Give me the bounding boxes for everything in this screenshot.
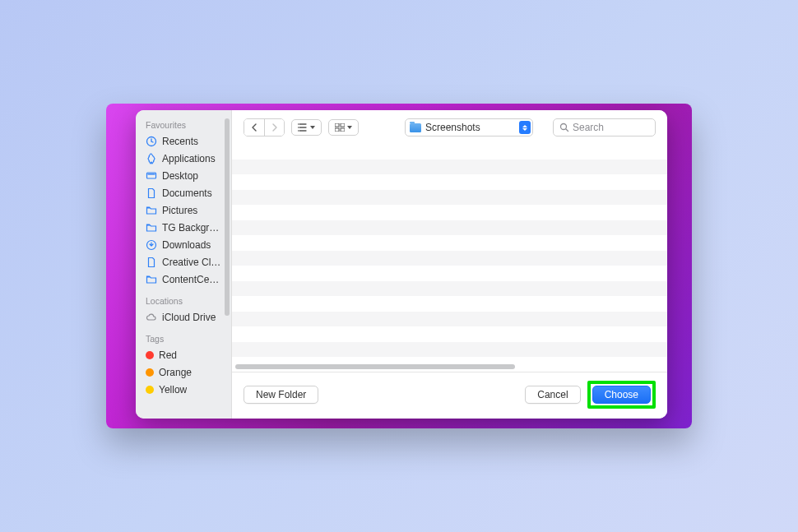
chevron-down-icon xyxy=(310,126,315,129)
sidebar-item-label: Desktop xyxy=(162,170,198,182)
list-icon xyxy=(298,123,308,132)
sidebar-item-label: Yellow xyxy=(159,384,187,396)
sidebar-item-label: Pictures xyxy=(162,205,197,216)
sidebar-item-applications[interactable]: Applications xyxy=(136,150,231,167)
view-list-button[interactable] xyxy=(291,119,322,136)
file-list-stripes xyxy=(232,144,667,372)
sidebar-item-label: ContentCe… xyxy=(162,274,219,285)
cloud-icon xyxy=(146,312,157,323)
sidebar-item-label: iCloud Drive xyxy=(162,312,216,323)
clock-icon xyxy=(146,136,157,147)
folder-icon xyxy=(146,205,157,216)
svg-point-6 xyxy=(298,130,299,131)
back-button[interactable] xyxy=(244,119,264,136)
sidebar-tag-yellow[interactable]: Yellow xyxy=(136,381,231,398)
svg-rect-9 xyxy=(335,128,339,132)
sidebar-item-tg-background[interactable]: TG Backgro… xyxy=(136,219,231,236)
svg-rect-2 xyxy=(148,173,155,175)
sidebar-item-label: Downloads xyxy=(162,239,211,251)
file-picker-dialog: Favourites Recents Applications Desktop … xyxy=(136,110,667,419)
doc-icon xyxy=(146,187,157,199)
app-icon xyxy=(146,153,157,164)
sidebar-item-label: Applications xyxy=(162,153,216,164)
desktop-icon xyxy=(146,170,157,182)
folder-icon xyxy=(410,123,421,132)
sidebar-item-label: Creative Cl… xyxy=(162,257,220,268)
sidebar-item-label: Orange xyxy=(159,367,192,378)
sidebar-section-locations: Locations xyxy=(136,293,231,308)
updown-arrows-icon xyxy=(519,121,531,134)
sidebar-item-label: Red xyxy=(159,349,177,361)
toolbar: Screenshots Search xyxy=(232,110,667,144)
svg-rect-8 xyxy=(341,123,345,127)
sidebar-tag-orange[interactable]: Orange xyxy=(136,363,231,381)
sidebar-tag-red[interactable]: Red xyxy=(136,346,231,363)
sidebar-scrollbar[interactable] xyxy=(225,118,230,316)
sidebar-item-desktop[interactable]: Desktop xyxy=(136,167,231,184)
folder-popup-label: Screenshots xyxy=(425,122,515,133)
sidebar-section-favourites: Favourites xyxy=(136,117,231,132)
sidebar-item-icloud[interactable]: iCloud Drive xyxy=(136,308,231,326)
svg-point-11 xyxy=(561,124,567,130)
file-list-area[interactable] xyxy=(232,144,667,372)
sidebar-item-pictures[interactable]: Pictures xyxy=(136,201,231,219)
svg-rect-10 xyxy=(341,128,345,132)
sidebar-item-recents[interactable]: Recents xyxy=(136,132,231,150)
tag-dot-icon xyxy=(146,368,154,377)
sidebar-item-label: Recents xyxy=(162,136,198,147)
svg-point-5 xyxy=(298,127,299,127)
search-input[interactable]: Search xyxy=(553,118,656,136)
nav-group xyxy=(244,118,285,136)
sidebar-item-creative-cloud[interactable]: Creative Cl… xyxy=(136,253,231,271)
main-panel: Screenshots Search New Fo xyxy=(232,110,667,419)
search-icon xyxy=(559,123,569,132)
svg-rect-7 xyxy=(335,123,339,127)
folder-icon xyxy=(146,274,157,285)
grid-icon xyxy=(335,123,345,132)
doc-icon xyxy=(146,257,157,268)
search-placeholder: Search xyxy=(573,122,604,133)
desktop-wallpaper: Favourites Recents Applications Desktop … xyxy=(106,104,692,428)
folder-popup-button[interactable]: Screenshots xyxy=(405,118,533,136)
forward-button[interactable] xyxy=(264,119,284,136)
chevron-down-icon xyxy=(347,126,352,129)
sidebar: Favourites Recents Applications Desktop … xyxy=(136,110,232,419)
dialog-footer: New Folder Cancel Choose xyxy=(232,372,667,419)
sidebar-item-documents[interactable]: Documents xyxy=(136,184,231,201)
sidebar-item-label: TG Backgro… xyxy=(162,222,221,234)
view-grid-button[interactable] xyxy=(328,119,359,136)
sidebar-item-label: Documents xyxy=(162,187,212,199)
choose-button-highlight: Choose xyxy=(587,381,656,409)
svg-point-4 xyxy=(298,123,299,124)
horizontal-scrollbar[interactable] xyxy=(235,363,664,370)
sidebar-section-tags: Tags xyxy=(136,331,231,346)
new-folder-button[interactable]: New Folder xyxy=(244,386,318,404)
sidebar-item-contentce[interactable]: ContentCe… xyxy=(136,271,231,288)
tag-dot-icon xyxy=(146,351,154,359)
tag-dot-icon xyxy=(146,386,154,394)
cancel-button[interactable]: Cancel xyxy=(525,386,580,404)
sidebar-item-downloads[interactable]: Downloads xyxy=(136,236,231,253)
folder-icon xyxy=(146,222,157,234)
scrollbar-thumb[interactable] xyxy=(235,364,515,369)
download-icon xyxy=(146,239,157,251)
choose-button[interactable]: Choose xyxy=(592,386,651,404)
